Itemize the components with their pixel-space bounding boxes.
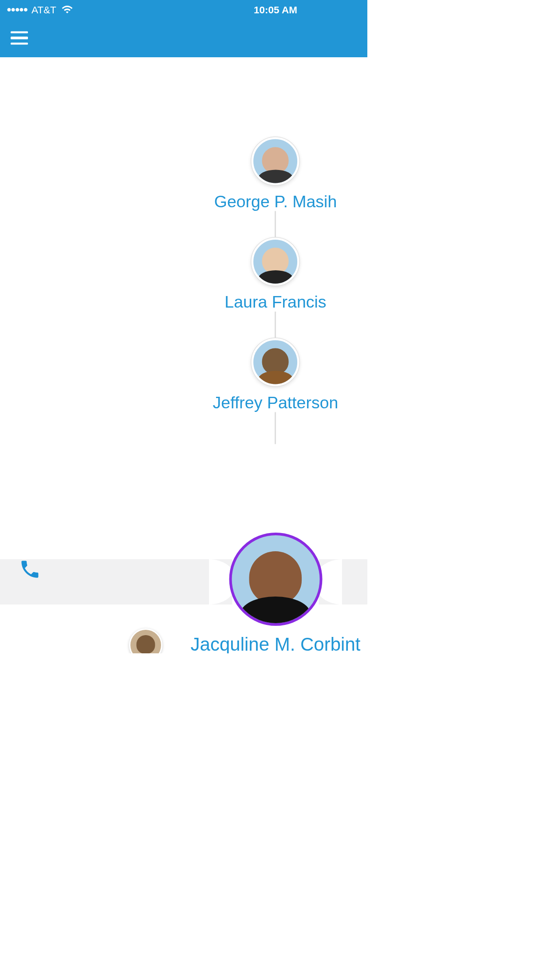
- wifi-icon: [62, 5, 74, 14]
- connector-line: [275, 211, 276, 238]
- person-name: Laura Francis: [224, 292, 326, 312]
- ancestor-chain: George P. Masih Laura Francis Jeffrey Pa…: [213, 137, 338, 444]
- carrier-label: AT&T: [31, 4, 56, 15]
- connector-line: [275, 412, 276, 444]
- person-name: Jeffrey Patterson: [213, 393, 338, 412]
- person-george-masih[interactable]: George P. Masih: [214, 137, 337, 211]
- person-name: George P. Masih: [214, 192, 337, 211]
- signal-dots: ●●●●●: [7, 5, 28, 14]
- person-jeffrey-patterson[interactable]: Jeffrey Patterson: [213, 338, 338, 412]
- avatar: [252, 338, 299, 386]
- person-laura-francis[interactable]: Laura Francis: [224, 238, 326, 312]
- org-chart: George P. Masih Laura Francis Jeffrey Pa…: [0, 95, 367, 653]
- status-time: 10:05 AM: [254, 4, 297, 15]
- app-header: 2: [0, 19, 367, 57]
- connector-line: [275, 312, 276, 338]
- report-avatar[interactable]: [129, 628, 162, 653]
- avatar: [252, 137, 299, 185]
- status-left: ●●●●● AT&T: [7, 4, 74, 15]
- toolbar: [0, 57, 367, 95]
- avatar: [252, 238, 299, 286]
- person-focused[interactable]: Jacquline M. Corbint EVP and CIO: [191, 533, 361, 653]
- avatar: [229, 533, 322, 626]
- person-name: Jacquline M. Corbint: [191, 634, 361, 653]
- menu-button[interactable]: [11, 31, 28, 45]
- phone-icon[interactable]: [19, 558, 41, 581]
- status-bar: ●●●●● AT&T 10:05 AM: [0, 0, 367, 19]
